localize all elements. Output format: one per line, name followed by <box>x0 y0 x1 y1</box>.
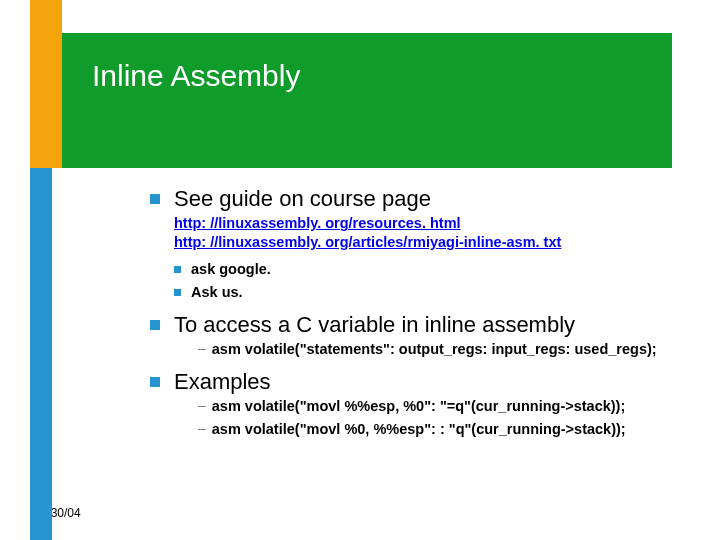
slide-body: See guide on course page http: //linuxas… <box>150 186 700 443</box>
square-bullet-icon <box>150 377 160 387</box>
dash-icon: – <box>198 397 206 413</box>
square-bullet-icon <box>150 320 160 330</box>
dash-item-1: – asm volatile("statements": output_regs… <box>198 340 700 359</box>
square-bullet-icon <box>150 194 160 204</box>
sub-bullet-2: Ask us. <box>174 283 700 302</box>
bullet-main-1: See guide on course page <box>150 186 700 212</box>
code-text: asm volatile("movl %%esp, %0": "=q"(cur_… <box>212 397 625 416</box>
bullet-text: Examples <box>174 369 271 395</box>
dash-icon: – <box>198 340 206 356</box>
link-article[interactable]: http: //linuxassembly. org/articles/rmiy… <box>174 233 700 252</box>
sub-bullet-1: ask google. <box>174 260 700 279</box>
sub-text: Ask us. <box>191 283 243 302</box>
dash-item-3: – asm volatile("movl %0, %%esp": : "q"(c… <box>198 420 700 439</box>
dash-icon: – <box>198 420 206 436</box>
title-bar: Inline Assembly <box>62 33 672 168</box>
link-resources[interactable]: http: //linuxassembly. org/resources. ht… <box>174 214 700 233</box>
square-bullet-icon <box>174 266 181 273</box>
bullet-text: See guide on course page <box>174 186 431 212</box>
bullet-main-2: To access a C variable in inline assembl… <box>150 312 700 338</box>
dash-item-2: – asm volatile("movl %%esp, %0": "=q"(cu… <box>198 397 700 416</box>
slide-title: Inline Assembly <box>92 59 642 93</box>
code-text: asm volatile("movl %0, %%esp": : "q"(cur… <box>212 420 626 439</box>
code-text: asm volatile("statements": output_regs: … <box>212 340 657 359</box>
sub-text: ask google. <box>191 260 271 279</box>
bullet-main-3: Examples <box>150 369 700 395</box>
square-bullet-icon <box>174 289 181 296</box>
bullet-text: To access a C variable in inline assembl… <box>174 312 575 338</box>
accent-yellow <box>30 0 62 168</box>
links-block: http: //linuxassembly. org/resources. ht… <box>174 214 700 252</box>
